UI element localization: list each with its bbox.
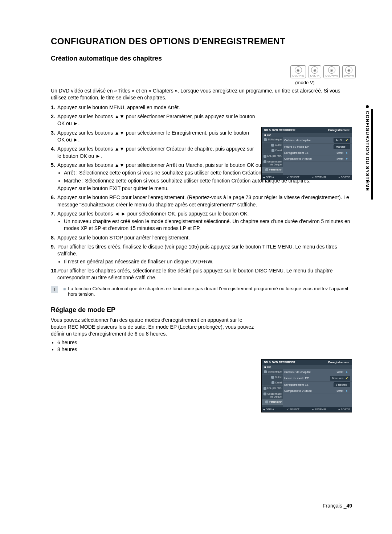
osd-section: Enregistrement [328,361,350,364]
step-8: Appuyez sur le bouton STOP pour arrêter … [51,234,356,241]
step-7-text: Appuyez sur les boutons ◄ ► pour sélecti… [57,211,249,217]
step-7-bullet: Un nouveau chapitre est créé selon le mo… [64,218,356,232]
note-box: ! ■ La fonction Création automatique de … [51,286,356,297]
osd-section: Enregistrement [328,128,350,132]
step-9-bullet: Il n'est en général pas nécessaire de fi… [64,258,356,265]
step-6: Appuyez sur le bouton REC pour lancer l'… [51,194,356,208]
step-9: Pour afficher les titres créés, finalise… [51,243,356,265]
side-indicator-bar [371,109,373,200]
osd-screenshot-2: DD & DVD RECORDER Enregistrement ▣ DD Bi… [261,359,352,412]
ep-6h: 6 heures [57,339,258,346]
step-2: Appuyez sur les boutons ▲▼ pour sélectio… [51,113,356,127]
ep-8h: 8 heures [57,346,258,353]
step-9-text: Pour afficher les titres créés, finalise… [57,244,337,256]
page-footer: Français _49 [323,503,352,509]
step-5-exit: Appuyez sur le bouton EXIT pour quitter … [57,185,168,191]
osd-sidebar: Bibliothèque Guide Canal Enr. par min. G… [262,137,283,175]
caution-icon: ! [51,286,58,293]
ep-intro-text: Vous pouvez sélectionner l'un des quatre… [51,317,254,337]
ep-hours-list: 6 heures 8 heures [57,339,258,353]
footer-page-number: 49 [346,503,352,509]
disc-dvd-plus-rw-icon: ◉DVD+RW [323,65,340,78]
disc-dvd-plus-r-icon: ◉DVD+R [342,65,356,78]
disc-type-row: ◉DVD-RW ◉DVD-R ◉DVD+RW ◉DVD+R [51,65,356,78]
side-tab-dot-icon [366,105,369,108]
section-heading-ep: Réglage de mode EP [51,306,356,314]
footer-lang: Français _ [323,503,346,509]
osd-dd-label: ▣ DD [262,365,352,369]
note-text: La fonction Création automatique de chap… [68,286,356,297]
osd-dd-label: ▣ DD [262,133,352,137]
osd-title: DD & DVD RECORDER [264,128,295,132]
step-5-text: Appuyez sur les boutons ▲▼ pour sélectio… [57,162,269,168]
step-7: Appuyez sur les boutons ◄ ► pour sélecti… [51,210,356,232]
osd-sidebar: Bibliothèque Guide Canal Enr. par min. G… [262,369,283,407]
disc-dvd-rw-icon: ◉DVD-RW [290,65,306,78]
section-heading-chapters: Création automatique des chapitres [51,55,356,62]
step-10: Pour afficher les chapitres créés, sélec… [51,267,356,282]
osd-screenshot-1: DD & DVD RECORDER Enregistrement ▣ DD Bi… [261,127,352,180]
disc-dvd-r-icon: ◉DVD-R [309,65,321,78]
note-bullet-icon: ■ [63,287,66,292]
page-title: CONFIGURATION DES OPTIONS D'ENREGISTREME… [51,36,356,48]
side-tab-label: CONFIGURATION DU SYSTÈME [361,105,370,191]
intro-text: Un DVD vidéo est divisé en « Titles » et… [51,87,356,101]
mode-label: (mode V) [254,80,356,85]
osd-title: DD & DVD RECORDER [264,361,295,364]
step-1: Appuyez sur le bouton MENU, appareil en … [51,104,356,111]
